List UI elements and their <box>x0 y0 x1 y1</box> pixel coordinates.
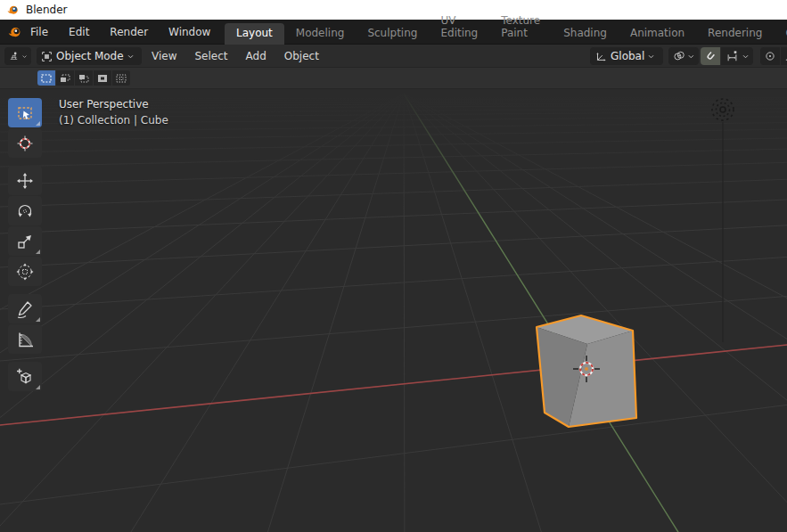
proportional-editing-icon <box>765 50 775 62</box>
move-icon <box>15 171 35 191</box>
workspace-tab-layout[interactable]: Layout <box>225 23 284 45</box>
workspace-tab-animation[interactable]: Animation <box>619 23 696 45</box>
workspace-tab-compositing[interactable]: Compositing <box>774 23 787 45</box>
tool-button-select-box[interactable] <box>8 98 42 127</box>
blender-app-menu[interactable] <box>7 20 22 45</box>
workspace-tab-sculpting[interactable]: Sculpting <box>356 23 429 45</box>
tool-button-measure[interactable] <box>8 324 42 354</box>
rotate-icon <box>15 201 35 221</box>
toolbar <box>8 98 42 392</box>
workspace-tab-shading[interactable]: Shading <box>552 23 619 45</box>
chevron-down-icon <box>688 54 694 59</box>
tool-button-move[interactable] <box>8 166 42 195</box>
measure-icon <box>15 330 35 349</box>
topbar-menu-edit[interactable]: Edit <box>69 26 89 38</box>
topbar-menu-file[interactable]: File <box>30 26 48 38</box>
topbar-menu-render[interactable]: Render <box>110 26 148 38</box>
snap-toggle-button[interactable] <box>701 47 720 65</box>
tool-button-add-cube[interactable] <box>8 362 42 391</box>
tool-button-annotate[interactable] <box>8 294 42 323</box>
workspace-tabs: LayoutModelingSculptingUV EditingTexture… <box>225 20 787 45</box>
select-invert-icon <box>97 74 108 83</box>
select-mode-set-button[interactable] <box>37 70 55 86</box>
topbar-menu-window[interactable]: Window <box>168 26 210 38</box>
mode-dropdown-label: Object Mode <box>56 50 124 62</box>
select-mode-group <box>37 70 130 86</box>
window-title: Blender <box>26 4 68 16</box>
viewport-menu-select[interactable]: Select <box>194 50 227 62</box>
select-box-icon <box>15 103 35 123</box>
workspace-tab-modeling[interactable]: Modeling <box>284 23 357 45</box>
select-set-icon <box>41 74 52 83</box>
blender-logo-icon <box>6 4 20 17</box>
viewport-header: Object Mode ViewSelectAddObject Global <box>0 45 787 68</box>
viewport-perspective-label: User Perspective <box>59 98 149 110</box>
pivot-point-dropdown[interactable] <box>668 47 699 65</box>
blender-logo-icon <box>7 25 22 40</box>
select-mode-intersect-button[interactable] <box>112 70 130 86</box>
viewport-menu-object[interactable]: Object <box>284 50 319 62</box>
viewport-menu-add[interactable]: Add <box>246 50 266 62</box>
tool-button-rotate[interactable] <box>8 196 42 225</box>
chevron-down-icon <box>22 54 27 59</box>
editor-type-selector[interactable] <box>4 47 31 65</box>
viewport-menu-view[interactable]: View <box>152 50 176 62</box>
proportional-falloff-dropdown[interactable] <box>781 47 787 65</box>
titlebar: Blender <box>0 0 787 20</box>
transform-orientation-dropdown[interactable]: Global <box>590 47 663 65</box>
select-subtract-icon <box>78 74 89 83</box>
select-mode-extend-button[interactable] <box>56 70 74 86</box>
cube-object[interactable] <box>537 315 636 427</box>
blender-window: Blender FileEditRenderWindowHelp LayoutM… <box>0 0 787 532</box>
select-extend-icon <box>60 74 70 83</box>
transform-icon <box>15 262 35 282</box>
snap-target-dropdown[interactable] <box>721 47 753 65</box>
orientation-axes-icon <box>594 50 607 62</box>
workspace-tab-rendering[interactable]: Rendering <box>696 23 774 45</box>
viewport-collection-label: (1) Collection | Cube <box>59 114 168 127</box>
annotate-icon <box>15 299 35 319</box>
tool-button-cursor[interactable] <box>8 128 42 158</box>
topbar-menus: FileEditRenderWindowHelp <box>30 20 256 45</box>
chevron-down-icon <box>127 54 134 59</box>
workspace-tab-texture-paint[interactable]: Texture Paint <box>489 11 552 45</box>
pivot-point-icon <box>673 50 685 62</box>
x-axis-line <box>0 345 787 425</box>
select-mode-subtract-button[interactable] <box>75 70 93 86</box>
orientation-label: Global <box>611 50 644 62</box>
tool-settings-bar <box>0 68 787 89</box>
topbar: FileEditRenderWindowHelp LayoutModelingS… <box>0 20 787 45</box>
viewport-scene <box>0 89 787 532</box>
tool-button-scale[interactable] <box>8 226 42 256</box>
select-mode-invert-button[interactable] <box>94 70 111 86</box>
tool-button-transform[interactable] <box>8 257 42 286</box>
workspace-tab-uv-editing[interactable]: UV Editing <box>429 11 489 45</box>
cursor-tool-icon <box>15 134 35 153</box>
mode-dropdown[interactable]: Object Mode <box>37 47 142 65</box>
object-mode-icon <box>41 51 53 62</box>
select-intersect-icon <box>116 74 127 83</box>
magnet-icon <box>705 50 716 62</box>
scale-icon <box>15 232 35 251</box>
chevron-down-icon <box>648 54 654 59</box>
snap-target-icon <box>726 50 739 62</box>
viewport-menus: ViewSelectAddObject <box>152 45 319 68</box>
3d-viewport-icon <box>9 50 19 62</box>
viewport-3d[interactable]: User Perspective (1) Collection | Cube <box>0 89 787 532</box>
proportional-editing-toggle[interactable] <box>760 47 780 65</box>
add-cube-icon <box>15 367 35 387</box>
chevron-down-icon <box>742 54 749 59</box>
